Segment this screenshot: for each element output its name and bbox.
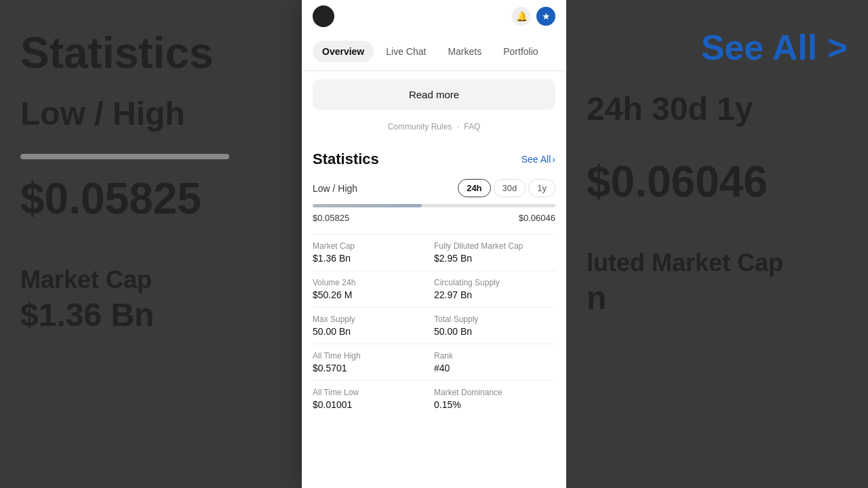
- price-high-value: $0.06046: [519, 213, 555, 223]
- stat-total-supply-label: Total Supply: [434, 314, 555, 324]
- time-btn-30d[interactable]: 30d: [494, 179, 526, 197]
- stat-atl-value: $0.01001: [313, 399, 434, 410]
- community-links: Community Rules · FAQ: [302, 118, 566, 140]
- time-btn-24h[interactable]: 24h: [458, 179, 490, 197]
- see-all-label: See All: [521, 154, 551, 165]
- bg-statistics-label: Statistics: [20, 27, 281, 79]
- price-range-progress: [313, 204, 555, 211]
- bg-diluted-label: luted Market Cap: [587, 249, 848, 277]
- progress-fill: [313, 204, 422, 207]
- stat-rank-label: Rank: [434, 351, 555, 361]
- stat-fully-diluted: Fully Diluted Market Cap $2.95 Bn: [434, 234, 555, 270]
- top-icon-bar: 🔔 ★: [302, 0, 566, 33]
- stat-rank: Rank #40: [434, 344, 555, 380]
- tab-live-chat[interactable]: Live Chat: [376, 41, 435, 62]
- background-right: See All > 24h 30d 1y $0.06046 luted Mark…: [566, 0, 868, 488]
- faq-link[interactable]: FAQ: [464, 122, 480, 131]
- statistics-section: Statistics See All › Low / High 24h 30d …: [302, 140, 566, 422]
- stat-total-supply-value: 50.00 Bn: [434, 326, 555, 337]
- bg-price-high: $0.06046: [587, 156, 848, 208]
- stat-all-time-low: All Time Low $0.01001: [313, 380, 434, 417]
- stat-rank-value: #40: [434, 363, 555, 373]
- stat-circulating-value: 22.97 Bn: [434, 289, 555, 300]
- stat-total-supply: Total Supply 50.00 Bn: [434, 307, 555, 344]
- tab-overview[interactable]: Overview: [313, 41, 374, 62]
- stat-circulating-supply: Circulating Supply 22.97 Bn: [434, 270, 555, 307]
- bg-market-cap-value: $1.36 Bn: [20, 294, 281, 336]
- stat-circulating-label: Circulating Supply: [434, 278, 555, 287]
- statistics-header: Statistics See All ›: [313, 150, 555, 168]
- stat-market-cap-label: Market Cap: [313, 241, 434, 251]
- stat-volume-value: $50.26 M: [313, 289, 434, 300]
- dot-separator: ·: [457, 122, 459, 131]
- bg-see-all: See All >: [587, 27, 848, 68]
- low-high-label: Low / High: [313, 183, 357, 194]
- stat-fully-diluted-value: $2.95 Bn: [434, 253, 555, 264]
- stat-ath-label: All Time High: [313, 351, 434, 361]
- price-range-row: $0.05825 $0.06046: [313, 213, 555, 223]
- time-btn-1y[interactable]: 1y: [528, 179, 555, 197]
- statistics-title: Statistics: [313, 150, 379, 168]
- see-all-link[interactable]: See All ›: [521, 154, 555, 165]
- read-more-section: Read more: [302, 71, 566, 118]
- background-left: Statistics Low / High $0.05825 Market Ca…: [0, 0, 302, 488]
- nav-tabs: Overview Live Chat Markets Portfolio: [302, 33, 566, 71]
- bg-time-row: 24h 30d 1y: [587, 88, 848, 130]
- see-all-chevron: ›: [552, 154, 555, 165]
- stat-max-supply-label: Max Supply: [313, 314, 434, 324]
- stat-all-time-high: All Time High $0.5701: [313, 344, 434, 380]
- stat-max-supply-value: 50.00 Bn: [313, 326, 434, 337]
- read-more-button[interactable]: Read more: [313, 79, 555, 110]
- stat-volume-24h: Volume 24h $50.26 M: [313, 270, 434, 307]
- stats-grid: Market Cap $1.36 Bn Fully Diluted Market…: [313, 234, 555, 417]
- stat-market-cap-value: $1.36 Bn: [313, 253, 434, 264]
- stat-dominance-label: Market Dominance: [434, 388, 555, 397]
- notification-icon[interactable]: 🔔: [512, 7, 531, 26]
- coin-avatar: [313, 5, 334, 27]
- tab-markets[interactable]: Markets: [438, 41, 491, 62]
- bg-time-labels: 24h 30d 1y: [587, 88, 848, 136]
- stat-dominance-value: 0.15%: [434, 399, 555, 410]
- bg-price-low: $0.05825: [20, 173, 281, 225]
- progress-track: [313, 204, 555, 207]
- bg-market-cap-label: Market Cap: [20, 266, 281, 294]
- bg-low-high-label: Low / High: [20, 93, 281, 135]
- stat-market-dominance: Market Dominance 0.15%: [434, 380, 555, 417]
- stat-max-supply: Max Supply 50.00 Bn: [313, 307, 434, 344]
- bg-diluted-suffix: n: [587, 277, 848, 319]
- bg-see-all-text: See All >: [587, 27, 848, 68]
- stat-market-cap: Market Cap $1.36 Bn: [313, 234, 434, 270]
- time-buttons: 24h 30d 1y: [458, 179, 555, 197]
- bg-progress-bar: [20, 154, 229, 159]
- stat-ath-value: $0.5701: [313, 363, 434, 373]
- stat-volume-label: Volume 24h: [313, 278, 434, 287]
- low-high-row: Low / High 24h 30d 1y: [313, 179, 555, 197]
- tab-portfolio[interactable]: Portfolio: [494, 41, 547, 62]
- community-rules-link[interactable]: Community Rules: [388, 122, 452, 131]
- bookmark-icon[interactable]: ★: [536, 7, 555, 26]
- stat-atl-label: All Time Low: [313, 388, 434, 397]
- price-low-value: $0.05825: [313, 213, 349, 223]
- main-modal: 🔔 ★ Overview Live Chat Markets Portfolio…: [302, 0, 566, 488]
- stat-fully-diluted-label: Fully Diluted Market Cap: [434, 241, 555, 251]
